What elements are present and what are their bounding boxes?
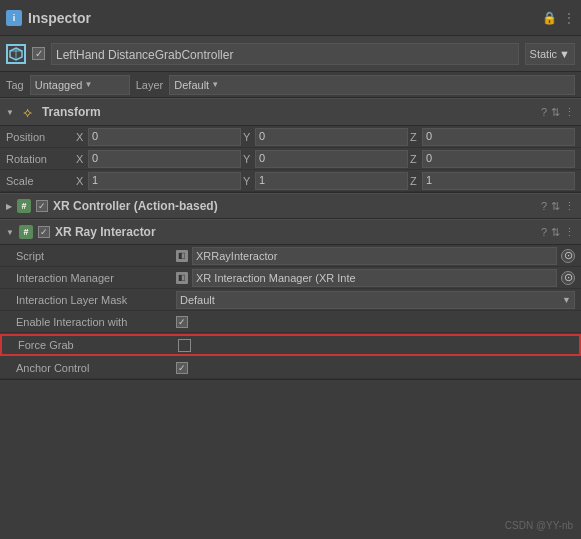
inspector-panel: i Inspector 🔒 ⋮ LeftHand DistanceGrabCon… bbox=[0, 0, 581, 539]
xr-ray-properties: Script ◧ XRRayInteractor ⊙ Interaction M… bbox=[0, 245, 581, 380]
layer-dropdown[interactable]: Default ▼ bbox=[169, 75, 575, 95]
position-z-label: Z bbox=[410, 131, 420, 143]
rotation-x-input[interactable]: 0 bbox=[88, 150, 241, 168]
xr-controller-actions: ? ⇅ ⋮ bbox=[541, 200, 575, 213]
interaction-manager-label: Interaction Manager bbox=[16, 272, 176, 284]
xr-controller-settings-icon[interactable]: ⇅ bbox=[551, 200, 560, 213]
transform-section-header: ▼ ⟡ Transform ? ⇅ ⋮ bbox=[0, 98, 581, 126]
scale-y-input[interactable]: 1 bbox=[255, 172, 408, 190]
position-x-label: X bbox=[76, 131, 86, 143]
anchor-control-label: Anchor Control bbox=[16, 362, 176, 374]
object-active-checkbox[interactable] bbox=[32, 47, 45, 60]
tag-layer-row: Tag Untagged ▼ Layer Default ▼ bbox=[0, 72, 581, 98]
xr-ray-checkbox[interactable] bbox=[38, 226, 50, 238]
transform-help-icon[interactable]: ? bbox=[541, 106, 547, 118]
transform-fields: Position X 0 Y 0 Z 0 Rotation bbox=[0, 126, 581, 193]
script-icon: ◧ bbox=[176, 250, 188, 262]
position-y-field: Y 0 bbox=[243, 128, 408, 146]
xr-ray-arrow[interactable]: ▼ bbox=[6, 228, 14, 237]
rotation-z-input[interactable]: 0 bbox=[422, 150, 575, 168]
title-bar-left: i Inspector bbox=[6, 10, 91, 26]
script-field[interactable]: XRRayInteractor bbox=[192, 247, 557, 265]
enable-interaction-label: Enable Interaction with bbox=[16, 316, 176, 328]
script-select-btn[interactable]: ⊙ bbox=[561, 249, 575, 263]
layer-dropdown-arrow: ▼ bbox=[211, 80, 219, 89]
script-value: ◧ XRRayInteractor ⊙ bbox=[176, 247, 575, 265]
xr-controller-arrow[interactable]: ▶ bbox=[6, 202, 12, 211]
interaction-manager-row: Interaction Manager ◧ XR Interaction Man… bbox=[0, 267, 581, 289]
xr-ray-help-icon[interactable]: ? bbox=[541, 226, 547, 238]
inspector-title: Inspector bbox=[28, 10, 91, 26]
inspector-icon: i bbox=[6, 10, 22, 26]
scale-z-input[interactable]: 1 bbox=[422, 172, 575, 190]
watermark: CSDN @YY-nb bbox=[505, 520, 573, 531]
scale-y-field: Y 1 bbox=[243, 172, 408, 190]
scale-row: Scale X 1 Y 1 Z 1 bbox=[0, 170, 581, 192]
scale-label: Scale bbox=[6, 175, 76, 187]
rotation-x-field: X 0 bbox=[76, 150, 241, 168]
script-label: Script bbox=[16, 250, 176, 262]
rotation-y-label: Y bbox=[243, 153, 253, 165]
static-button[interactable]: Static ▼ bbox=[525, 43, 575, 65]
script-prop-row: Script ◧ XRRayInteractor ⊙ bbox=[0, 245, 581, 267]
scale-x-field: X 1 bbox=[76, 172, 241, 190]
force-grab-label: Force Grab bbox=[18, 339, 178, 351]
interaction-manager-field[interactable]: XR Interaction Manager (XR Inte bbox=[192, 269, 557, 287]
object-cube-icon bbox=[6, 44, 26, 64]
xr-ray-actions: ? ⇅ ⋮ bbox=[541, 226, 575, 239]
xr-controller-more-icon[interactable]: ⋮ bbox=[564, 200, 575, 213]
transform-icon: ⟡ bbox=[20, 104, 36, 120]
transform-title: Transform bbox=[42, 105, 535, 119]
object-row: LeftHand DistanceGrabController Static ▼ bbox=[0, 36, 581, 72]
rotation-row: Rotation X 0 Y 0 Z 0 bbox=[0, 148, 581, 170]
xr-controller-help-icon[interactable]: ? bbox=[541, 200, 547, 212]
xr-controller-hash-icon: # bbox=[17, 199, 31, 213]
rotation-y-input[interactable]: 0 bbox=[255, 150, 408, 168]
force-grab-checkbox[interactable] bbox=[178, 339, 191, 352]
xr-ray-interactor-header: ▼ # XR Ray Interactor ? ⇅ ⋮ bbox=[0, 219, 581, 245]
position-z-field: Z 0 bbox=[410, 128, 575, 146]
position-y-input[interactable]: 0 bbox=[255, 128, 408, 146]
position-x-input[interactable]: 0 bbox=[88, 128, 241, 146]
xr-controller-checkbox[interactable] bbox=[36, 200, 48, 212]
interaction-layer-row: Interaction Layer Mask Default ▼ bbox=[0, 289, 581, 311]
scale-x-input[interactable]: 1 bbox=[88, 172, 241, 190]
scale-z-label: Z bbox=[410, 175, 420, 187]
anchor-control-checkbox[interactable] bbox=[176, 362, 188, 374]
scale-x-label: X bbox=[76, 175, 86, 187]
interaction-layer-arrow: ▼ bbox=[562, 295, 571, 305]
object-name-field[interactable]: LeftHand DistanceGrabController bbox=[51, 43, 519, 65]
anchor-control-value bbox=[176, 362, 575, 374]
position-y-label: Y bbox=[243, 131, 253, 143]
tag-dropdown[interactable]: Untagged ▼ bbox=[30, 75, 130, 95]
enable-interaction-checkbox[interactable] bbox=[176, 316, 188, 328]
transform-settings-icon[interactable]: ⇅ bbox=[551, 106, 560, 119]
title-bar-right: 🔒 ⋮ bbox=[542, 11, 575, 25]
enable-interaction-row: Enable Interaction with bbox=[0, 311, 581, 333]
interaction-manager-select-btn[interactable]: ⊙ bbox=[561, 271, 575, 285]
transform-more-icon[interactable]: ⋮ bbox=[564, 106, 575, 119]
rotation-xyz: X 0 Y 0 Z 0 bbox=[76, 150, 575, 168]
lock-icon[interactable]: 🔒 bbox=[542, 11, 557, 25]
position-z-input[interactable]: 0 bbox=[422, 128, 575, 146]
force-grab-value bbox=[178, 339, 573, 352]
xr-ray-more-icon[interactable]: ⋮ bbox=[564, 226, 575, 239]
interaction-manager-icon: ◧ bbox=[176, 272, 188, 284]
transform-collapse-arrow[interactable]: ▼ bbox=[6, 108, 14, 117]
tag-label: Tag bbox=[6, 79, 24, 91]
xr-ray-hash-icon: # bbox=[19, 225, 33, 239]
title-bar: i Inspector 🔒 ⋮ bbox=[0, 0, 581, 36]
interaction-layer-label: Interaction Layer Mask bbox=[16, 294, 176, 306]
rotation-z-field: Z 0 bbox=[410, 150, 575, 168]
menu-icon[interactable]: ⋮ bbox=[563, 11, 575, 25]
position-label: Position bbox=[6, 131, 76, 143]
xr-controller-title: XR Controller (Action-based) bbox=[53, 199, 536, 213]
rotation-label: Rotation bbox=[6, 153, 76, 165]
force-grab-row: Force Grab bbox=[0, 334, 581, 356]
enable-interaction-value bbox=[176, 316, 575, 328]
scale-z-field: Z 1 bbox=[410, 172, 575, 190]
interaction-layer-dropdown[interactable]: Default ▼ bbox=[176, 291, 575, 309]
rotation-z-label: Z bbox=[410, 153, 420, 165]
xr-ray-settings-icon[interactable]: ⇅ bbox=[551, 226, 560, 239]
layer-label: Layer bbox=[136, 79, 164, 91]
